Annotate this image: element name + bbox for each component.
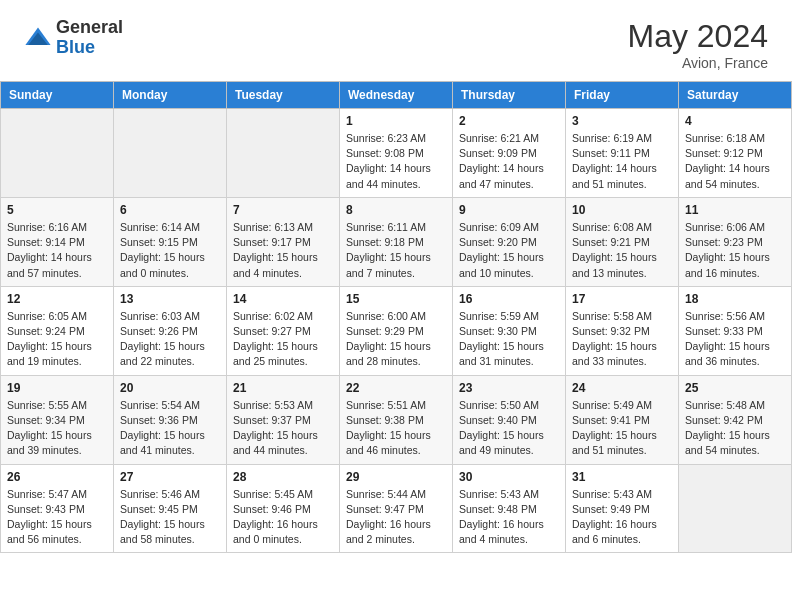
day-info: Sunrise: 5:53 AMSunset: 9:37 PMDaylight:… bbox=[233, 398, 333, 459]
day-cell bbox=[227, 109, 340, 198]
calendar-table: SundayMondayTuesdayWednesdayThursdayFrid… bbox=[0, 81, 792, 553]
day-info: Sunrise: 6:21 AMSunset: 9:09 PMDaylight:… bbox=[459, 131, 559, 192]
day-number: 21 bbox=[233, 381, 333, 395]
day-info: Sunrise: 5:54 AMSunset: 9:36 PMDaylight:… bbox=[120, 398, 220, 459]
day-number: 18 bbox=[685, 292, 785, 306]
day-info: Sunrise: 6:08 AMSunset: 9:21 PMDaylight:… bbox=[572, 220, 672, 281]
day-info: Sunrise: 6:14 AMSunset: 9:15 PMDaylight:… bbox=[120, 220, 220, 281]
day-info: Sunrise: 5:58 AMSunset: 9:32 PMDaylight:… bbox=[572, 309, 672, 370]
day-number: 24 bbox=[572, 381, 672, 395]
day-number: 9 bbox=[459, 203, 559, 217]
week-row-3: 19Sunrise: 5:55 AMSunset: 9:34 PMDayligh… bbox=[1, 375, 792, 464]
day-number: 4 bbox=[685, 114, 785, 128]
day-number: 6 bbox=[120, 203, 220, 217]
day-number: 26 bbox=[7, 470, 107, 484]
day-info: Sunrise: 5:48 AMSunset: 9:42 PMDaylight:… bbox=[685, 398, 785, 459]
day-cell: 6Sunrise: 6:14 AMSunset: 9:15 PMDaylight… bbox=[114, 197, 227, 286]
day-cell: 7Sunrise: 6:13 AMSunset: 9:17 PMDaylight… bbox=[227, 197, 340, 286]
day-cell: 3Sunrise: 6:19 AMSunset: 9:11 PMDaylight… bbox=[566, 109, 679, 198]
header-cell-tuesday: Tuesday bbox=[227, 82, 340, 109]
header-cell-wednesday: Wednesday bbox=[340, 82, 453, 109]
day-number: 15 bbox=[346, 292, 446, 306]
day-cell: 21Sunrise: 5:53 AMSunset: 9:37 PMDayligh… bbox=[227, 375, 340, 464]
calendar-body: 1Sunrise: 6:23 AMSunset: 9:08 PMDaylight… bbox=[1, 109, 792, 553]
day-cell: 12Sunrise: 6:05 AMSunset: 9:24 PMDayligh… bbox=[1, 286, 114, 375]
day-cell: 13Sunrise: 6:03 AMSunset: 9:26 PMDayligh… bbox=[114, 286, 227, 375]
calendar-wrapper: SundayMondayTuesdayWednesdayThursdayFrid… bbox=[0, 81, 792, 553]
day-number: 30 bbox=[459, 470, 559, 484]
day-cell: 17Sunrise: 5:58 AMSunset: 9:32 PMDayligh… bbox=[566, 286, 679, 375]
day-info: Sunrise: 5:43 AMSunset: 9:49 PMDaylight:… bbox=[572, 487, 672, 548]
logo-icon bbox=[24, 24, 52, 52]
day-cell bbox=[1, 109, 114, 198]
day-cell: 20Sunrise: 5:54 AMSunset: 9:36 PMDayligh… bbox=[114, 375, 227, 464]
day-number: 28 bbox=[233, 470, 333, 484]
day-number: 11 bbox=[685, 203, 785, 217]
day-number: 10 bbox=[572, 203, 672, 217]
day-cell: 19Sunrise: 5:55 AMSunset: 9:34 PMDayligh… bbox=[1, 375, 114, 464]
day-info: Sunrise: 6:18 AMSunset: 9:12 PMDaylight:… bbox=[685, 131, 785, 192]
day-info: Sunrise: 5:43 AMSunset: 9:48 PMDaylight:… bbox=[459, 487, 559, 548]
day-cell bbox=[679, 464, 792, 553]
day-info: Sunrise: 5:49 AMSunset: 9:41 PMDaylight:… bbox=[572, 398, 672, 459]
header-cell-saturday: Saturday bbox=[679, 82, 792, 109]
day-info: Sunrise: 5:47 AMSunset: 9:43 PMDaylight:… bbox=[7, 487, 107, 548]
day-number: 29 bbox=[346, 470, 446, 484]
day-cell: 30Sunrise: 5:43 AMSunset: 9:48 PMDayligh… bbox=[453, 464, 566, 553]
day-info: Sunrise: 5:50 AMSunset: 9:40 PMDaylight:… bbox=[459, 398, 559, 459]
day-info: Sunrise: 6:23 AMSunset: 9:08 PMDaylight:… bbox=[346, 131, 446, 192]
day-cell: 18Sunrise: 5:56 AMSunset: 9:33 PMDayligh… bbox=[679, 286, 792, 375]
day-info: Sunrise: 6:02 AMSunset: 9:27 PMDaylight:… bbox=[233, 309, 333, 370]
logo-general: General bbox=[56, 17, 123, 37]
day-number: 12 bbox=[7, 292, 107, 306]
day-cell bbox=[114, 109, 227, 198]
day-cell: 14Sunrise: 6:02 AMSunset: 9:27 PMDayligh… bbox=[227, 286, 340, 375]
day-cell: 29Sunrise: 5:44 AMSunset: 9:47 PMDayligh… bbox=[340, 464, 453, 553]
day-number: 7 bbox=[233, 203, 333, 217]
day-cell: 15Sunrise: 6:00 AMSunset: 9:29 PMDayligh… bbox=[340, 286, 453, 375]
day-number: 23 bbox=[459, 381, 559, 395]
day-cell: 16Sunrise: 5:59 AMSunset: 9:30 PMDayligh… bbox=[453, 286, 566, 375]
logo-text: General Blue bbox=[56, 18, 123, 58]
day-info: Sunrise: 5:45 AMSunset: 9:46 PMDaylight:… bbox=[233, 487, 333, 548]
day-cell: 23Sunrise: 5:50 AMSunset: 9:40 PMDayligh… bbox=[453, 375, 566, 464]
day-info: Sunrise: 5:59 AMSunset: 9:30 PMDaylight:… bbox=[459, 309, 559, 370]
header-cell-thursday: Thursday bbox=[453, 82, 566, 109]
day-number: 8 bbox=[346, 203, 446, 217]
day-number: 19 bbox=[7, 381, 107, 395]
day-cell: 2Sunrise: 6:21 AMSunset: 9:09 PMDaylight… bbox=[453, 109, 566, 198]
week-row-4: 26Sunrise: 5:47 AMSunset: 9:43 PMDayligh… bbox=[1, 464, 792, 553]
day-number: 5 bbox=[7, 203, 107, 217]
week-row-0: 1Sunrise: 6:23 AMSunset: 9:08 PMDaylight… bbox=[1, 109, 792, 198]
day-number: 3 bbox=[572, 114, 672, 128]
header-cell-sunday: Sunday bbox=[1, 82, 114, 109]
week-row-2: 12Sunrise: 6:05 AMSunset: 9:24 PMDayligh… bbox=[1, 286, 792, 375]
day-cell: 22Sunrise: 5:51 AMSunset: 9:38 PMDayligh… bbox=[340, 375, 453, 464]
day-info: Sunrise: 5:56 AMSunset: 9:33 PMDaylight:… bbox=[685, 309, 785, 370]
day-info: Sunrise: 6:13 AMSunset: 9:17 PMDaylight:… bbox=[233, 220, 333, 281]
day-info: Sunrise: 6:16 AMSunset: 9:14 PMDaylight:… bbox=[7, 220, 107, 281]
header-cell-monday: Monday bbox=[114, 82, 227, 109]
day-cell: 8Sunrise: 6:11 AMSunset: 9:18 PMDaylight… bbox=[340, 197, 453, 286]
day-cell: 4Sunrise: 6:18 AMSunset: 9:12 PMDaylight… bbox=[679, 109, 792, 198]
day-number: 27 bbox=[120, 470, 220, 484]
logo-blue: Blue bbox=[56, 37, 95, 57]
day-info: Sunrise: 6:09 AMSunset: 9:20 PMDaylight:… bbox=[459, 220, 559, 281]
day-cell: 9Sunrise: 6:09 AMSunset: 9:20 PMDaylight… bbox=[453, 197, 566, 286]
day-info: Sunrise: 6:05 AMSunset: 9:24 PMDaylight:… bbox=[7, 309, 107, 370]
week-row-1: 5Sunrise: 6:16 AMSunset: 9:14 PMDaylight… bbox=[1, 197, 792, 286]
day-info: Sunrise: 6:06 AMSunset: 9:23 PMDaylight:… bbox=[685, 220, 785, 281]
day-cell: 26Sunrise: 5:47 AMSunset: 9:43 PMDayligh… bbox=[1, 464, 114, 553]
day-number: 20 bbox=[120, 381, 220, 395]
day-info: Sunrise: 6:19 AMSunset: 9:11 PMDaylight:… bbox=[572, 131, 672, 192]
day-number: 14 bbox=[233, 292, 333, 306]
header-cell-friday: Friday bbox=[566, 82, 679, 109]
calendar-header: SundayMondayTuesdayWednesdayThursdayFrid… bbox=[1, 82, 792, 109]
day-number: 1 bbox=[346, 114, 446, 128]
day-info: Sunrise: 5:46 AMSunset: 9:45 PMDaylight:… bbox=[120, 487, 220, 548]
location: Avion, France bbox=[627, 55, 768, 71]
day-info: Sunrise: 5:51 AMSunset: 9:38 PMDaylight:… bbox=[346, 398, 446, 459]
day-cell: 27Sunrise: 5:46 AMSunset: 9:45 PMDayligh… bbox=[114, 464, 227, 553]
page-header: General Blue May 2024 Avion, France bbox=[0, 0, 792, 81]
day-number: 16 bbox=[459, 292, 559, 306]
